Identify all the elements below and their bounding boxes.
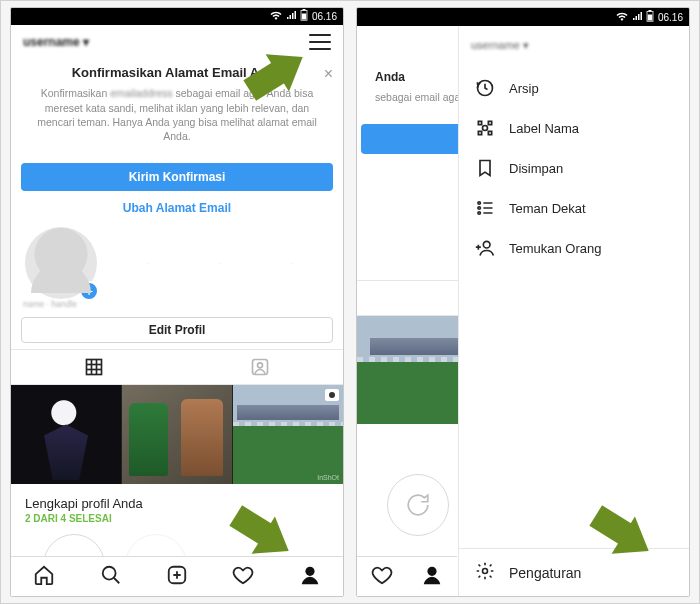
nav-profile-icon[interactable] (421, 564, 443, 590)
battery-icon (300, 9, 308, 23)
nav-profile-icon[interactable] (299, 564, 321, 590)
status-time: 06.16 (658, 12, 683, 23)
username-sub: name · handle (11, 299, 343, 309)
username-label[interactable]: username ▾ (23, 35, 89, 49)
add-story-icon[interactable]: + (79, 281, 99, 301)
svg-point-26 (478, 207, 481, 210)
gear-icon (475, 561, 495, 584)
svg-point-25 (478, 202, 481, 205)
camera-icon (325, 389, 339, 401)
banner-body-partial: sebagai email agar yang lebih relevan, m… (375, 90, 459, 104)
post-thumb[interactable]: InShOt (233, 385, 343, 484)
settings-label: Pengaturan (509, 565, 581, 581)
svg-point-16 (305, 566, 314, 575)
profile-stats: ··· (111, 257, 329, 269)
status-bar: 06.16 (357, 8, 689, 26)
posts-grid: InShOt (11, 385, 343, 484)
background-profile-strip: Anda sebagai email agar yang lebih relev… (357, 26, 459, 596)
svg-rect-1 (302, 9, 305, 11)
menu-icon[interactable] (309, 34, 331, 50)
phone-left: 06.16 username ▾ × Konfirmasikan Alamat … (10, 7, 344, 597)
svg-line-12 (113, 577, 119, 583)
side-menu-list: Arsip Label Nama Disimpan (459, 64, 689, 548)
post-thumb[interactable]: InShOt (357, 316, 459, 424)
profile-summary: + ··· (11, 223, 343, 301)
add-person-icon (475, 238, 495, 258)
tab-tagged[interactable] (407, 281, 459, 315)
svg-rect-3 (87, 359, 102, 374)
complete-card[interactable] (387, 474, 449, 536)
svg-point-34 (483, 569, 488, 574)
menu-label: Teman Dekat (509, 201, 586, 216)
nav-search-icon[interactable] (100, 564, 122, 590)
post-thumb[interactable] (11, 385, 122, 484)
change-email-link[interactable]: Ubah Alamat Email (11, 195, 343, 223)
nametag-icon (475, 118, 495, 138)
banner-body: Konfirmasikan emailaddress sebagai email… (29, 86, 325, 143)
menu-item-nametag[interactable]: Label Nama (459, 108, 689, 148)
send-confirmation-button[interactable]: Kirim Konfirmasi (21, 163, 333, 191)
side-menu-panel: username ▾ Arsip Label Nama (459, 26, 689, 596)
side-menu-header: username ▾ (459, 26, 689, 64)
nav-activity-icon[interactable] (232, 564, 254, 590)
svg-point-24 (483, 126, 488, 131)
phone-right: 06.16 Anda sebagai email agar yang lebih… (356, 7, 690, 597)
signal-icon (632, 11, 642, 23)
bottom-nav (11, 556, 343, 596)
profile-tabs (11, 349, 343, 385)
watermark: InShOt (317, 474, 339, 481)
list-icon (475, 198, 495, 218)
username-label: username ▾ (471, 39, 529, 52)
wifi-icon (270, 10, 282, 22)
svg-point-22 (427, 566, 436, 575)
menu-item-close-friends[interactable]: Teman Dekat (459, 188, 689, 228)
status-time: 06.16 (312, 11, 337, 22)
tab-tagged[interactable] (177, 350, 343, 384)
svg-rect-19 (648, 15, 653, 21)
nav-activity-icon[interactable] (371, 564, 393, 590)
nav-add-icon[interactable] (166, 564, 188, 590)
menu-label: Disimpan (509, 161, 563, 176)
banner-title-partial: Anda (375, 70, 459, 84)
menu-item-discover[interactable]: Temukan Orang (459, 228, 689, 268)
post-thumb[interactable] (122, 385, 233, 484)
svg-point-11 (102, 566, 115, 579)
menu-label: Label Nama (509, 121, 579, 136)
svg-point-9 (258, 363, 263, 368)
nav-home-icon[interactable] (33, 564, 55, 590)
signal-icon (286, 10, 296, 22)
status-bar: 06.16 (11, 8, 343, 25)
menu-item-saved[interactable]: Disimpan (459, 148, 689, 188)
menu-label: Temukan Orang (509, 241, 602, 256)
avatar[interactable]: + (25, 227, 97, 299)
tab-grid[interactable] (11, 350, 177, 384)
svg-rect-2 (302, 14, 307, 20)
complete-title: Lengkapi profil Anda (25, 496, 329, 511)
menu-item-archive[interactable]: Arsip (459, 68, 689, 108)
bookmark-icon (475, 158, 495, 178)
wifi-icon (616, 11, 628, 23)
close-icon[interactable]: × (324, 65, 333, 83)
menu-label: Arsip (509, 81, 539, 96)
svg-point-31 (483, 241, 490, 248)
menu-item-settings[interactable]: Pengaturan (459, 548, 689, 596)
archive-icon (475, 78, 495, 98)
svg-rect-18 (648, 10, 651, 12)
battery-icon (646, 10, 654, 24)
svg-point-27 (478, 212, 481, 215)
edit-profile-button[interactable]: Edit Profil (21, 317, 333, 343)
